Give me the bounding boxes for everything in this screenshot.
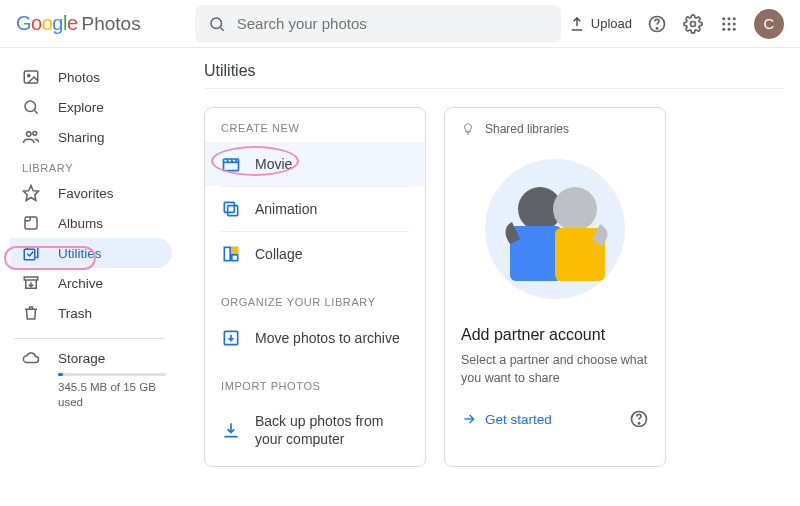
search-icon — [22, 98, 40, 116]
link-label: Get started — [485, 412, 552, 427]
organize-heading: ORGANIZE YOUR LIBRARY — [205, 276, 425, 316]
svg-rect-25 — [228, 206, 238, 216]
sidebar-item-sharing[interactable]: Sharing — [10, 122, 172, 152]
svg-point-37 — [638, 423, 639, 424]
shared-libraries-card: Shared libraries — [444, 107, 666, 467]
create-collage[interactable]: Collage — [205, 232, 425, 276]
create-animation[interactable]: Animation — [205, 187, 425, 231]
svg-point-34 — [553, 187, 597, 231]
sidebar-item-label: Favorites — [58, 186, 114, 201]
search-icon — [207, 13, 227, 35]
svg-rect-23 — [24, 277, 38, 280]
sidebar-item-archive[interactable]: Archive — [10, 268, 172, 298]
sidebar-item-label: Archive — [58, 276, 103, 291]
svg-point-4 — [691, 21, 696, 26]
sidebar: Photos Explore Sharing LIBRARY Favorites… — [0, 48, 176, 506]
upload-label: Upload — [591, 16, 632, 31]
apps-icon[interactable] — [718, 13, 740, 35]
svg-point-3 — [656, 27, 657, 28]
movie-icon — [221, 154, 241, 174]
get-started-link[interactable]: Get started — [461, 411, 552, 427]
sidebar-item-trash[interactable]: Trash — [10, 298, 172, 328]
svg-point-13 — [733, 27, 736, 30]
row-label: Animation — [255, 201, 317, 217]
svg-point-7 — [733, 17, 736, 20]
sidebar-item-label: Utilities — [58, 246, 102, 261]
upload-button[interactable]: Upload — [569, 16, 632, 32]
row-label: Movie — [255, 156, 292, 172]
cloud-icon — [22, 349, 40, 367]
help-icon[interactable] — [646, 13, 668, 35]
create-heading: CREATE NEW — [205, 108, 425, 142]
bulb-icon — [461, 122, 475, 136]
sidebar-item-favorites[interactable]: Favorites — [10, 178, 172, 208]
utilities-icon — [22, 244, 40, 262]
storage-bar — [58, 373, 166, 376]
svg-rect-22 — [24, 249, 35, 260]
storage-section[interactable]: Storage 345.5 MB of 15 GB used — [10, 349, 172, 410]
help-icon[interactable] — [629, 409, 649, 429]
organize-archive[interactable]: Move photos to archive — [205, 316, 425, 360]
sidebar-item-explore[interactable]: Explore — [10, 92, 172, 122]
settings-icon[interactable] — [682, 13, 704, 35]
svg-point-12 — [728, 27, 731, 30]
sidebar-item-label: Trash — [58, 306, 92, 321]
divider — [204, 88, 784, 89]
avatar-initial: C — [764, 15, 775, 32]
archive-move-icon — [221, 328, 241, 348]
svg-rect-29 — [232, 255, 238, 261]
create-movie[interactable]: Movie — [205, 142, 425, 186]
svg-marker-20 — [24, 186, 39, 201]
animation-icon — [221, 199, 241, 219]
storage-label: Storage — [58, 351, 105, 366]
sidebar-item-albums[interactable]: Albums — [10, 208, 172, 238]
svg-point-11 — [722, 27, 725, 30]
album-icon — [22, 214, 40, 232]
svg-point-16 — [25, 101, 36, 112]
download-icon — [221, 420, 241, 440]
divider — [14, 338, 164, 339]
row-label: Move photos to archive — [255, 330, 400, 346]
people-icon — [22, 128, 40, 146]
svg-point-10 — [733, 22, 736, 25]
shared-desc: Select a partner and choose what you wan… — [461, 352, 649, 387]
partner-illustration — [480, 154, 630, 304]
avatar[interactable]: C — [754, 9, 784, 39]
svg-point-9 — [728, 22, 731, 25]
svg-point-0 — [211, 18, 222, 29]
sidebar-item-label: Sharing — [58, 130, 105, 145]
shared-heading: Shared libraries — [485, 122, 569, 136]
svg-rect-27 — [224, 247, 230, 260]
page-title: Utilities — [204, 62, 784, 80]
sidebar-item-photos[interactable]: Photos — [10, 62, 172, 92]
svg-line-17 — [34, 110, 37, 113]
collage-icon — [221, 244, 241, 264]
library-section-label: LIBRARY — [10, 152, 172, 178]
trash-icon — [22, 304, 40, 322]
sidebar-item-label: Photos — [58, 70, 100, 85]
image-icon — [22, 68, 40, 86]
product-name: Photos — [82, 13, 141, 35]
header-actions: Upload C — [569, 9, 784, 39]
svg-point-5 — [722, 17, 725, 20]
sidebar-item-utilities[interactable]: Utilities — [10, 238, 172, 268]
svg-point-18 — [27, 132, 32, 137]
search-input[interactable] — [237, 15, 549, 32]
google-wordmark: Google — [16, 12, 78, 35]
svg-point-6 — [728, 17, 731, 20]
import-backup[interactable]: Back up photos from your computer — [205, 400, 425, 466]
row-label: Collage — [255, 246, 302, 262]
svg-rect-33 — [510, 226, 562, 281]
import-heading: IMPORT PHOTOS — [205, 360, 425, 400]
main: Utilities CREATE NEW Movie Animation Col… — [176, 48, 800, 506]
logo[interactable]: Google Photos — [16, 12, 141, 35]
sidebar-item-label: Explore — [58, 100, 104, 115]
shared-title: Add partner account — [461, 326, 649, 344]
svg-point-15 — [28, 74, 30, 76]
header: Google Photos Upload C — [0, 0, 800, 48]
storage-text: 345.5 MB of 15 GB used — [58, 380, 168, 410]
svg-point-19 — [33, 131, 37, 135]
search-bar[interactable] — [195, 5, 561, 43]
star-icon — [22, 184, 40, 202]
svg-rect-14 — [24, 71, 38, 83]
